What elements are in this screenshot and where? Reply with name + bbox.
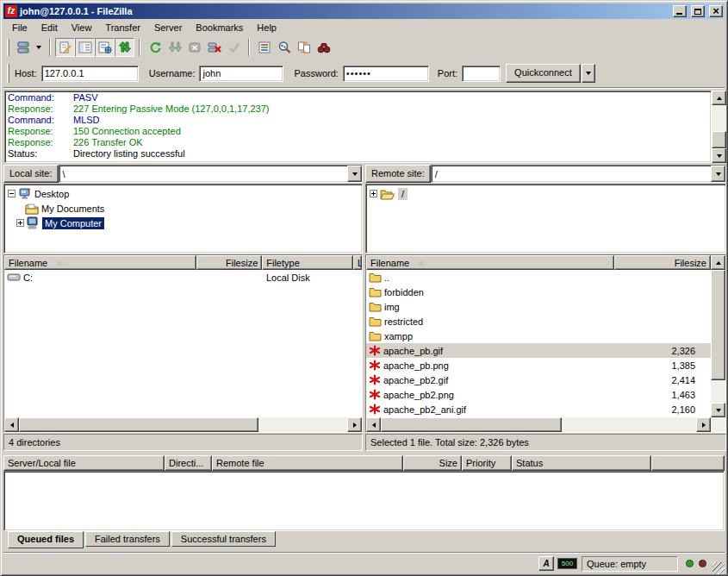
combo-dropdown-button[interactable] bbox=[711, 166, 725, 182]
scroll-up-button[interactable] bbox=[712, 91, 726, 105]
expand-icon[interactable] bbox=[16, 219, 24, 227]
tab-queued-files[interactable]: Queued files bbox=[8, 531, 84, 548]
cancel-operation-button[interactable] bbox=[184, 38, 204, 57]
toggle-message-log-button[interactable] bbox=[55, 38, 75, 57]
quickbar-grip[interactable] bbox=[7, 64, 9, 83]
local-site-combobox[interactable]: \ bbox=[59, 165, 363, 183]
reconnect-button[interactable] bbox=[224, 38, 244, 57]
file-row[interactable]: apache_pb2_ani.gif 2,160 bbox=[366, 402, 711, 416]
scroll-thumb[interactable] bbox=[712, 131, 726, 148]
tree-item-my-computer[interactable]: My Computer bbox=[4, 216, 362, 230]
maximize-button[interactable] bbox=[691, 5, 705, 17]
refresh-button[interactable] bbox=[145, 38, 165, 57]
column-header-filename[interactable]: Filename bbox=[366, 255, 614, 270]
file-row[interactable]: img bbox=[366, 299, 711, 314]
toggle-transfer-queue-button[interactable] bbox=[115, 38, 134, 57]
synchronized-browsing-button[interactable] bbox=[294, 38, 314, 57]
data-type-indicator-icon[interactable]: A bbox=[538, 556, 554, 571]
menu-edit[interactable]: Edit bbox=[34, 21, 65, 34]
speed-limit-indicator-icon[interactable]: 500 bbox=[557, 558, 577, 569]
menu-bookmarks[interactable]: Bookmarks bbox=[189, 21, 250, 34]
remote-directory-tree: / bbox=[365, 184, 726, 254]
remote-vertical-scrollbar[interactable] bbox=[711, 255, 725, 417]
column-header-lastmodified[interactable]: L bbox=[353, 255, 362, 270]
scroll-left-button[interactable] bbox=[4, 417, 19, 432]
quickconnect-button[interactable]: Quickconnect bbox=[506, 64, 581, 83]
column-header-size[interactable]: Size bbox=[403, 455, 462, 471]
scroll-right-button[interactable] bbox=[347, 417, 362, 432]
scroll-track[interactable] bbox=[381, 417, 696, 432]
tab-failed-transfers[interactable]: Failed transfers bbox=[85, 531, 170, 547]
column-header-remote-file[interactable]: Remote file bbox=[212, 455, 403, 471]
file-row[interactable]: restricted bbox=[366, 314, 711, 329]
resize-grip[interactable] bbox=[712, 562, 725, 574]
column-header-filesize[interactable]: Filesize bbox=[614, 255, 711, 270]
scroll-right-button[interactable] bbox=[696, 417, 711, 432]
scroll-down-button[interactable] bbox=[711, 403, 725, 417]
port-input[interactable] bbox=[462, 66, 501, 82]
file-row[interactable]: .. bbox=[366, 270, 711, 285]
menu-transfer[interactable]: Transfer bbox=[98, 21, 147, 34]
title-bar[interactable]: fz john@127.0.0.1 - FileZilla bbox=[3, 3, 725, 19]
menu-view[interactable]: View bbox=[65, 21, 99, 34]
column-header-priority[interactable]: Priority bbox=[462, 455, 512, 471]
close-button[interactable] bbox=[709, 5, 723, 17]
username-input[interactable]: john bbox=[199, 66, 283, 82]
expand-icon[interactable] bbox=[370, 190, 377, 197]
minimize-button[interactable] bbox=[673, 5, 687, 17]
compare-directories-button[interactable] bbox=[274, 38, 294, 57]
toggle-local-tree-button[interactable] bbox=[75, 38, 95, 57]
scroll-thumb[interactable] bbox=[19, 417, 258, 432]
scroll-up-button[interactable] bbox=[711, 255, 725, 270]
process-queue-button[interactable] bbox=[165, 38, 184, 57]
file-row[interactable]: forbidden bbox=[366, 285, 711, 299]
host-input[interactable]: 127.0.0.1 bbox=[41, 66, 139, 82]
scroll-track[interactable] bbox=[712, 105, 726, 148]
scroll-thumb[interactable] bbox=[711, 270, 725, 380]
file-row[interactable]: xampp bbox=[366, 329, 711, 343]
local-list-body[interactable]: C: Local Disk bbox=[4, 270, 362, 417]
menu-help[interactable]: Help bbox=[250, 21, 283, 34]
combo-dropdown-button[interactable] bbox=[347, 166, 362, 182]
password-input[interactable]: •••••• bbox=[343, 66, 429, 82]
file-row[interactable]: apache_pb2.gif 2,414 bbox=[366, 373, 711, 387]
tree-item-my-documents[interactable]: My Documents bbox=[4, 201, 362, 216]
tab-successful-transfers[interactable]: Successful transfers bbox=[171, 531, 276, 547]
filezilla-logo-icon: fz bbox=[5, 5, 17, 17]
menu-file[interactable]: File bbox=[5, 21, 34, 34]
column-header-direction[interactable]: Directi... bbox=[165, 455, 212, 471]
disconnect-button[interactable] bbox=[204, 38, 224, 57]
tree-item-desktop[interactable]: Desktop bbox=[4, 186, 362, 201]
scroll-left-button[interactable] bbox=[366, 417, 381, 432]
remote-list-body[interactable]: .. forbidden img restricted xampp bbox=[366, 270, 711, 417]
column-header-filename[interactable]: Filename bbox=[4, 255, 196, 270]
filter-button[interactable] bbox=[254, 38, 274, 57]
queue-list[interactable] bbox=[3, 471, 725, 531]
local-horizontal-scrollbar[interactable] bbox=[4, 417, 362, 432]
column-header-filetype[interactable]: Filetype bbox=[262, 255, 353, 270]
column-header-filesize[interactable]: Filesize bbox=[196, 255, 262, 270]
file-row[interactable]: apache_pb2.png 1,463 bbox=[366, 387, 711, 402]
file-row-c-drive[interactable]: C: Local Disk bbox=[4, 270, 362, 285]
collapse-icon[interactable] bbox=[8, 190, 16, 197]
toggle-remote-tree-button[interactable] bbox=[95, 38, 115, 57]
remote-site-combobox[interactable]: / bbox=[431, 165, 726, 183]
site-manager-dropdown-button[interactable] bbox=[33, 38, 45, 57]
scroll-thumb[interactable] bbox=[381, 417, 562, 432]
file-row-selected[interactable]: apache_pb.gif 2,326 bbox=[366, 343, 711, 358]
message-log[interactable]: Command:PASV Response:227 Entering Passi… bbox=[4, 91, 712, 163]
remote-horizontal-scrollbar[interactable] bbox=[366, 417, 711, 432]
scroll-track[interactable] bbox=[19, 417, 347, 432]
find-files-button[interactable] bbox=[314, 38, 333, 57]
quickconnect-dropdown-button[interactable] bbox=[582, 64, 595, 83]
file-row[interactable]: apache_pb.png 1,385 bbox=[366, 358, 711, 373]
tree-item-root[interactable]: / bbox=[366, 186, 725, 201]
scroll-down-button[interactable] bbox=[712, 148, 726, 163]
toolbar-grip[interactable] bbox=[7, 39, 9, 56]
site-manager-button[interactable] bbox=[13, 38, 33, 57]
column-header-status[interactable]: Status bbox=[512, 455, 651, 471]
scroll-track[interactable] bbox=[711, 270, 725, 403]
column-header-server-local-file[interactable]: Server/Local file bbox=[3, 455, 165, 471]
log-scrollbar[interactable] bbox=[712, 91, 726, 163]
menu-server[interactable]: Server bbox=[147, 21, 189, 34]
